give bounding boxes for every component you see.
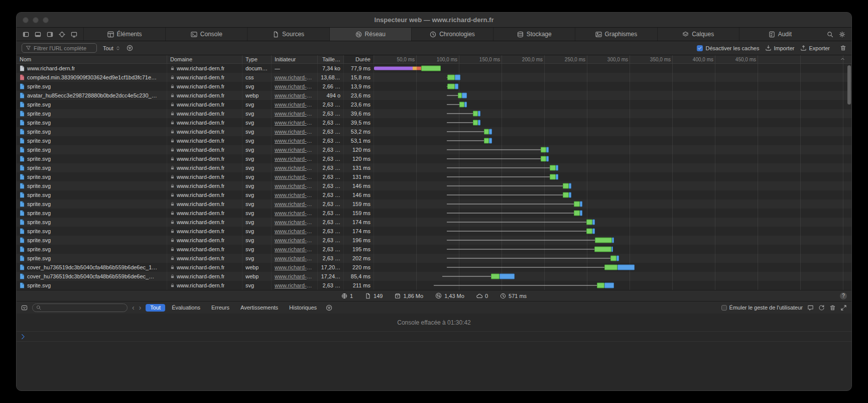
table-row[interactable]: sprite.svgwww.richard-dern.frsvgwww.rich… (17, 163, 851, 172)
resource-initiator-cell[interactable]: www.richard-d… (272, 100, 318, 109)
console-options-icon[interactable] (21, 305, 28, 311)
column-header-taille[interactable]: Taille… (318, 55, 344, 63)
table-row[interactable]: sprite.svgwww.richard-dern.frsvgwww.rich… (17, 154, 851, 163)
previous-result-button[interactable]: ‹ (132, 304, 135, 311)
table-row[interactable]: compiled.min.38390909f303624ed9e1cf1bd3f… (17, 73, 851, 82)
column-header-nom[interactable]: Nom (17, 55, 167, 63)
export-button[interactable]: Exporter (800, 45, 830, 51)
table-row[interactable]: sprite.svgwww.richard-dern.frsvgwww.rich… (17, 209, 851, 218)
resource-initiator-cell[interactable]: www.richard-d… (272, 272, 318, 281)
tab-network[interactable]: Réseau (329, 28, 411, 41)
table-row[interactable]: sprite.svgwww.richard-dern.frsvgwww.rich… (17, 109, 851, 118)
table-row[interactable]: sprite.svgwww.richard-dern.frsvgwww.rich… (17, 245, 851, 254)
disable-caches-checkbox[interactable]: Désactiver les caches (697, 45, 759, 51)
close-window-button[interactable] (23, 17, 29, 23)
tab-graphics[interactable]: Graphismes (575, 28, 657, 41)
table-row[interactable]: sprite.svgwww.richard-dern.frsvgwww.rich… (17, 281, 851, 290)
table-row[interactable]: sprite.svgwww.richard-dern.frsvgwww.rich… (17, 227, 851, 236)
table-row[interactable]: sprite.svgwww.richard-dern.frsvgwww.rich… (17, 136, 851, 145)
column-header-type[interactable]: Type (242, 55, 272, 63)
resource-initiator-cell[interactable]: www.richard-d… (272, 82, 318, 91)
column-header-domaine[interactable]: Domaine (167, 55, 242, 63)
console-filter-icon[interactable] (326, 305, 332, 311)
resource-initiator-cell[interactable]: www.richard-d… (272, 118, 318, 127)
tab-sources[interactable]: Sources (247, 28, 329, 41)
table-row[interactable]: sprite.svgwww.richard-dern.frsvgwww.rich… (17, 145, 851, 154)
expand-console-icon[interactable] (840, 305, 847, 311)
clear-console-trash-icon[interactable] (829, 305, 836, 311)
vertical-scrollbar[interactable] (847, 64, 851, 290)
table-row[interactable]: www.richard-dern.frwww.richard-dern.frdo… (17, 64, 851, 73)
device-icon[interactable] (71, 31, 77, 38)
tab-console[interactable]: Console (165, 28, 247, 41)
resource-initiator-cell[interactable]: www.richard-d… (272, 218, 318, 227)
resource-initiator-cell[interactable]: www.richard-d… (272, 136, 318, 145)
resource-initiator-cell[interactable]: www.richard-d… (272, 199, 318, 209)
console-prompt[interactable] (17, 332, 851, 342)
tab-elements[interactable]: Éléments (83, 28, 165, 41)
scrollbar-thumb[interactable] (847, 65, 851, 105)
table-row[interactable]: sprite.svgwww.richard-dern.frsvgwww.rich… (17, 254, 851, 263)
resource-scope-dropdown[interactable]: Tout (103, 45, 120, 51)
table-row[interactable]: sprite.svgwww.richard-dern.frsvgwww.rich… (17, 100, 851, 109)
table-row[interactable]: cover_hu736519dc3b5040cfa48b6b559b6de6ec… (17, 272, 851, 281)
resource-initiator-cell[interactable]: www.richard-d… (272, 127, 318, 136)
resource-initiator-cell[interactable]: www.richard-d… (272, 190, 318, 199)
table-row[interactable]: avatar_hu85ecc3e298728880b0bde2dcc4e5c23… (17, 91, 851, 100)
element-picker-icon[interactable] (59, 31, 65, 38)
dock-left-icon[interactable] (23, 31, 29, 38)
resource-initiator-cell[interactable]: www.richard-d… (272, 209, 318, 218)
table-row[interactable]: sprite.svgwww.richard-dern.frsvgwww.rich… (17, 181, 851, 190)
resource-initiator-cell[interactable]: www.richard-d… (272, 263, 318, 272)
zoom-window-button[interactable] (43, 17, 49, 23)
dock-right-icon[interactable] (47, 31, 53, 38)
console-scope-historiques[interactable]: Historiques (285, 304, 321, 312)
table-row[interactable]: sprite.svgwww.richard-dern.frsvgwww.rich… (17, 127, 851, 136)
table-row[interactable]: sprite.svgwww.richard-dern.frsvgwww.rich… (17, 82, 851, 91)
resource-initiator-cell[interactable]: www.richard-d… (272, 154, 318, 163)
table-row[interactable]: sprite.svgwww.richard-dern.frsvgwww.rich… (17, 199, 851, 209)
resource-initiator-cell[interactable]: www.richard-d… (272, 145, 318, 154)
table-row[interactable]: sprite.svgwww.richard-dern.frsvgwww.rich… (17, 218, 851, 227)
table-row[interactable]: sprite.svgwww.richard-dern.frsvgwww.rich… (17, 172, 851, 181)
dock-bottom-icon[interactable] (35, 31, 41, 38)
clear-network-trash-icon[interactable] (840, 45, 846, 51)
console-messages-icon[interactable] (807, 305, 814, 311)
console-scope-évaluations[interactable]: Évaluations (167, 304, 205, 312)
resource-initiator-cell[interactable]: www.richard-d… (272, 109, 318, 118)
next-result-button[interactable]: › (139, 304, 142, 311)
url-filter-input[interactable]: Filtrer l'URL complète (22, 43, 97, 53)
import-button[interactable]: Importer (765, 45, 794, 51)
settings-gear-icon[interactable] (839, 31, 845, 38)
resource-initiator-cell[interactable]: www.richard-d… (272, 91, 318, 100)
console-search-input[interactable] (32, 304, 128, 312)
console-scope-erreurs[interactable]: Erreurs (207, 304, 234, 312)
table-row[interactable]: sprite.svgwww.richard-dern.frsvgwww.rich… (17, 236, 851, 245)
resource-initiator-cell[interactable]: www.richard-d… (272, 227, 318, 236)
table-row[interactable]: sprite.svgwww.richard-dern.frsvgwww.rich… (17, 190, 851, 199)
tab-audit[interactable]: Audit (739, 28, 821, 41)
minimize-window-button[interactable] (33, 17, 39, 23)
resource-initiator-cell[interactable]: www.richard-d… (272, 181, 318, 190)
resource-initiator-cell[interactable]: www.richard-d… (272, 172, 318, 181)
table-row[interactable]: cover_hu736519dc3b5040cfa48b6b559b6de6ec… (17, 263, 851, 272)
tab-timelines[interactable]: Chronologies (411, 28, 493, 41)
table-row[interactable]: sprite.svgwww.richard-dern.frsvgwww.rich… (17, 118, 851, 127)
help-button[interactable]: ? (840, 292, 847, 299)
column-header-duree[interactable]: Durée (344, 55, 374, 63)
resource-initiator-cell[interactable]: www.richard-d… (272, 254, 318, 263)
resource-initiator-cell[interactable]: www.richard-d… (272, 245, 318, 254)
chevron-up-icon[interactable] (840, 56, 845, 62)
search-icon[interactable] (827, 31, 833, 38)
console-scope-tout[interactable]: Tout (146, 304, 165, 312)
filter-options-icon[interactable] (127, 45, 133, 51)
tab-layers[interactable]: Calques (657, 28, 739, 41)
tab-storage[interactable]: Stockage (493, 28, 575, 41)
column-header-initiateur[interactable]: Initiateur (272, 55, 318, 63)
resource-initiator-cell[interactable]: www.richard-d… (272, 163, 318, 172)
reload-console-icon[interactable] (818, 305, 825, 311)
console-scope-avertissements[interactable]: Avertissements (236, 304, 283, 312)
resource-initiator-cell[interactable]: www.richard-d… (272, 281, 318, 290)
resource-initiator-cell[interactable]: www.richard-d… (272, 73, 318, 82)
emulate-user-gesture-checkbox[interactable]: Émuler le geste de l'utilisateur (721, 305, 803, 311)
